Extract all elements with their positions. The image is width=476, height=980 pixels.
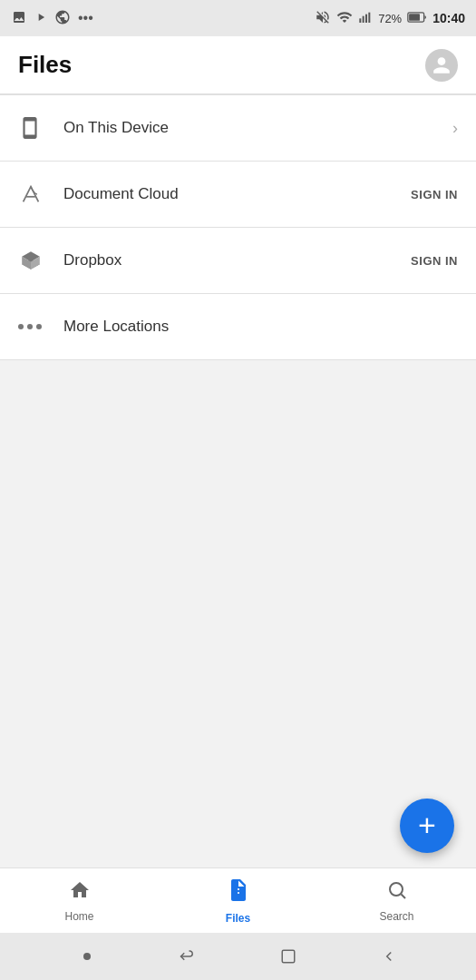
status-bar: ••• 72% 10:40	[0, 0, 476, 36]
time-display: 10:40	[432, 11, 465, 25]
document-cloud-signin[interactable]: SIGN IN	[411, 188, 458, 201]
dropbox-label: Dropbox	[63, 251, 411, 270]
home-icon	[69, 879, 91, 906]
app-header: Files	[0, 36, 476, 94]
svg-rect-1	[363, 15, 364, 22]
avatar-icon	[432, 55, 452, 75]
dropbox-signin[interactable]: SIGN IN	[411, 254, 458, 268]
svg-line-10	[401, 894, 405, 898]
home-nav-label: Home	[64, 910, 93, 923]
avatar[interactable]	[425, 49, 458, 82]
more-locations-icon	[18, 322, 58, 331]
notification-icon	[11, 10, 27, 27]
device-icon	[18, 116, 58, 140]
signal-icon	[358, 10, 373, 27]
search-nav-label: Search	[379, 910, 413, 923]
document-cloud-label: Document Cloud	[63, 185, 411, 203]
svg-rect-12	[282, 950, 295, 963]
chevron-right-icon: ›	[452, 119, 458, 138]
nav-search[interactable]: Search	[317, 868, 476, 933]
dropbox-icon	[18, 248, 58, 273]
acrobat-icon	[18, 181, 58, 207]
svg-point-8	[36, 324, 42, 329]
more-locations-label: More Locations	[63, 318, 458, 336]
svg-point-6	[18, 324, 24, 329]
on-this-device-label: On This Device	[63, 119, 452, 137]
files-icon	[228, 877, 249, 908]
bottom-nav: Home Files Search	[0, 867, 476, 933]
add-fab-button[interactable]: +	[400, 799, 454, 853]
home-button[interactable]	[270, 938, 306, 975]
status-bar-left: •••	[11, 9, 93, 28]
status-bar-right: 72% 10:40	[315, 9, 465, 28]
back-button[interactable]	[371, 938, 407, 975]
system-nav-bar	[0, 933, 476, 980]
add-icon: +	[418, 809, 436, 840]
dropbox-item[interactable]: Dropbox SIGN IN	[0, 228, 476, 293]
nav-home[interactable]: Home	[0, 868, 159, 933]
search-icon	[386, 879, 408, 906]
svg-rect-0	[359, 18, 361, 23]
hotspot-icon	[54, 9, 71, 28]
dot-button[interactable]	[69, 938, 105, 975]
mute-icon	[315, 9, 331, 28]
svg-point-7	[27, 324, 33, 329]
nav-files[interactable]: Files	[159, 868, 317, 933]
svg-point-11	[83, 953, 91, 960]
svg-rect-3	[368, 12, 370, 22]
more-locations-item[interactable]: More Locations	[0, 294, 476, 359]
svg-point-9	[390, 883, 403, 896]
fab-container: +	[0, 786, 476, 867]
battery-icon	[407, 11, 427, 26]
wifi-icon	[336, 9, 353, 28]
svg-rect-2	[365, 14, 367, 22]
content-area	[0, 360, 476, 786]
battery-percent: 72%	[378, 12, 402, 25]
on-this-device-item[interactable]: On This Device ›	[0, 95, 476, 161]
svg-rect-5	[409, 14, 420, 21]
document-cloud-item[interactable]: Document Cloud SIGN IN	[0, 162, 476, 227]
more-dots-icon: •••	[78, 10, 93, 26]
page-title: Files	[18, 51, 72, 79]
files-nav-label: Files	[226, 912, 250, 925]
recent-apps-button[interactable]	[170, 938, 206, 975]
play-icon	[34, 11, 47, 26]
